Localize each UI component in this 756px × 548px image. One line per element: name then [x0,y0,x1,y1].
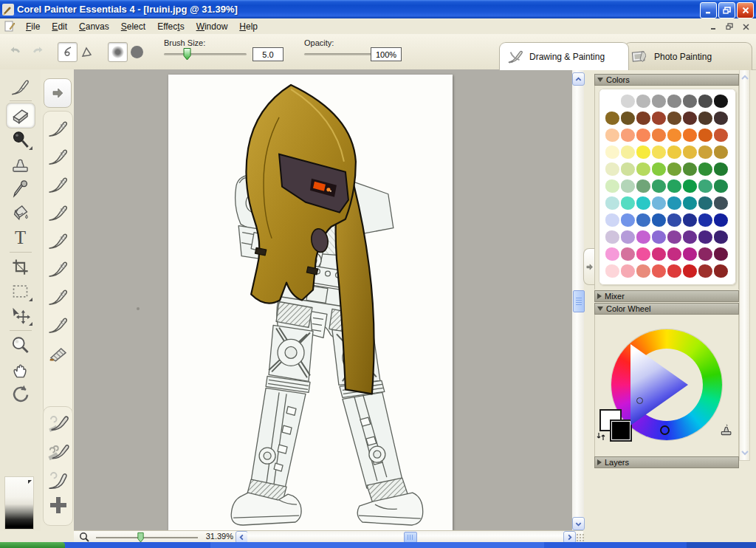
color-swatch-r8c8[interactable] [714,213,728,227]
color-swatch-r8c4[interactable] [652,213,666,227]
canvas-iruini-jpg[interactable] [168,75,453,530]
color-swatch-r5c4[interactable] [652,162,666,176]
color-swatch-r10c4[interactable] [652,247,666,261]
mixer-panel-header[interactable]: Mixer [594,290,739,302]
vertical-scroll-thumb[interactable] [573,290,585,312]
soft-dab-button[interactable] [108,42,128,62]
brush-variant-6[interactable] [44,254,72,282]
brush-variant-8[interactable] [44,310,72,338]
color-swatch-r3c6[interactable] [683,129,697,142]
rotate-page-tool[interactable] [7,382,35,406]
color-swatch-r6c7[interactable] [698,179,712,193]
color-swatch-r9c7[interactable] [698,230,712,244]
child-minimize-button[interactable] [706,20,721,33]
crop-tool[interactable] [7,255,35,279]
color-swatch-r6c3[interactable] [636,179,650,193]
color-swatch-r4c4[interactable] [652,145,666,159]
menu-help[interactable]: Help [233,20,264,33]
color-swatch-r11c1[interactable] [605,264,619,278]
sv-marker[interactable] [636,397,643,404]
color-swatch-r11c4[interactable] [652,264,666,278]
color-swatch-r6c5[interactable] [667,179,681,193]
color-swatch-r2c5[interactable] [667,112,681,125]
document-workspace[interactable] [74,69,572,530]
color-swatch-r10c6[interactable] [683,247,697,261]
recent-brush-3[interactable] [44,466,72,494]
color-swatch-r3c4[interactable] [652,129,666,142]
minimize-button[interactable] [700,2,717,18]
start-button-fragment[interactable] [0,542,65,548]
layers-panel-header[interactable]: Layers [594,456,739,468]
restore-button[interactable] [718,2,735,18]
color-swatch-r10c5[interactable] [667,247,681,261]
scroll-up-button[interactable] [572,72,585,86]
add-brush-button[interactable] [50,497,66,513]
color-swatch-r9c1[interactable] [605,230,619,244]
horizontal-scroll-thumb[interactable] [404,532,417,543]
child-restore-button[interactable] [722,20,737,33]
color-swatch-r3c7[interactable] [698,129,712,142]
eraser-tool[interactable] [7,103,35,128]
color-swatch-r10c1[interactable] [605,247,619,261]
grabber-hand-tool[interactable] [7,357,35,382]
color-swatch-r3c1[interactable] [605,129,619,142]
tab-drawing-painting[interactable]: Drawing & Painting [499,42,629,70]
color-swatch-r5c3[interactable] [636,162,650,176]
color-swatch-r11c7[interactable] [698,264,712,278]
stamp-options-icon[interactable] [719,422,734,437]
color-swatch-r4c3[interactable] [636,145,650,159]
menu-canvas[interactable]: Canvas [73,20,115,33]
color-swatch-r2c4[interactable] [652,112,666,125]
color-swatch-r1c7[interactable] [698,95,712,108]
color-swatch-r2c8[interactable] [714,112,728,125]
color-swatch-r9c5[interactable] [667,230,681,244]
color-swatch-r8c5[interactable] [667,213,681,227]
colors-panel-header[interactable]: Colors [594,74,739,86]
color-swatch-r5c8[interactable] [714,162,728,176]
color-swatch-r3c8[interactable] [714,129,728,142]
color-swatch-r6c8[interactable] [714,179,728,193]
color-swatch-r7c8[interactable] [714,196,728,210]
brush-tool[interactable] [7,74,35,98]
redo-button[interactable] [27,42,47,62]
vertical-scrollbar[interactable] [572,69,584,530]
color-swatch-r11c3[interactable] [636,264,650,278]
layer-adjuster-tool[interactable] [7,304,35,328]
color-swatch-r3c3[interactable] [636,129,650,142]
color-swatch-r1c6[interactable] [683,95,697,108]
color-swatch-r1c2[interactable] [621,95,635,108]
palette-scroll-up[interactable] [740,72,749,83]
color-swatch-r2c1[interactable] [605,112,619,125]
color-swatch-r7c5[interactable] [667,196,681,210]
color-swatch-r9c2[interactable] [621,230,635,244]
paint-bucket-tool[interactable] [7,201,35,225]
tab-photo-painting[interactable]: Photo Painting [624,42,752,70]
paper-texture-selector[interactable] [5,477,33,529]
color-swatch-r7c6[interactable] [683,196,697,210]
color-swatch-r9c6[interactable] [683,230,697,244]
color-swatch-r6c2[interactable] [621,179,635,193]
menu-effects[interactable]: Effects [151,20,190,33]
color-swatch-r7c1[interactable] [605,196,619,210]
color-swatch-r4c7[interactable] [698,145,712,159]
color-swatch-r5c7[interactable] [698,162,712,176]
color-swatch-r5c1[interactable] [605,162,619,176]
color-swatch-r10c2[interactable] [621,247,635,261]
color-swatch-r6c1[interactable] [605,179,619,193]
brush-size-slider[interactable] [164,53,247,55]
swap-colors-icon[interactable] [597,431,605,442]
color-swatch-r11c8[interactable] [714,264,728,278]
color-swatch-r2c2[interactable] [621,112,635,125]
recent-brush-1[interactable] [44,410,72,438]
scroll-down-button[interactable] [572,517,585,530]
hard-dab-button[interactable] [127,42,147,62]
color-swatch-r5c6[interactable] [683,162,697,176]
menu-file[interactable]: File [20,20,46,33]
horizontal-scrollbar[interactable] [247,531,563,543]
color-swatch-r2c3[interactable] [636,112,650,125]
color-swatch-r3c2[interactable] [621,129,635,142]
color-swatch-r3c5[interactable] [667,129,681,142]
color-swatch-r4c6[interactable] [683,145,697,159]
color-swatch-r8c6[interactable] [683,213,697,227]
color-swatch-r2c7[interactable] [698,112,712,125]
